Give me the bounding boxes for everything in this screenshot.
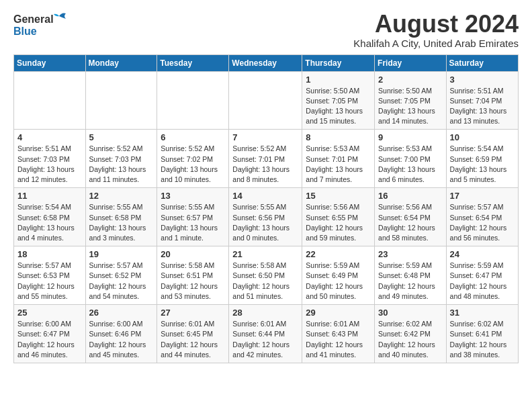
calendar-header-row: SundayMondayTuesdayWednesdayThursdayFrid… — [14, 54, 519, 71]
day-number: 23 — [378, 249, 443, 259]
day-number: 1 — [306, 75, 371, 85]
day-number: 10 — [450, 132, 515, 142]
calendar-week-row: 4Sunrise: 5:51 AM Sunset: 7:03 PM Daylig… — [14, 130, 519, 188]
calendar-cell: 22Sunrise: 5:59 AM Sunset: 6:49 PM Dayli… — [302, 246, 375, 305]
calendar-cell: 18Sunrise: 5:57 AM Sunset: 6:53 PM Dayli… — [14, 246, 86, 305]
calendar-cell: 2Sunrise: 5:50 AM Sunset: 7:05 PM Daylig… — [375, 71, 447, 130]
calendar-cell: 26Sunrise: 6:00 AM Sunset: 6:46 PM Dayli… — [85, 305, 157, 363]
calendar-cell: 13Sunrise: 5:55 AM Sunset: 6:57 PM Dayli… — [157, 188, 229, 246]
day-info: Sunrise: 5:55 AM Sunset: 6:56 PM Dayligh… — [232, 202, 298, 243]
calendar-cell: 15Sunrise: 5:56 AM Sunset: 6:55 PM Dayli… — [302, 188, 375, 246]
day-info: Sunrise: 6:00 AM Sunset: 6:47 PM Dayligh… — [17, 319, 82, 360]
day-of-week-header: Tuesday — [157, 54, 229, 71]
day-number: 18 — [17, 249, 82, 259]
day-info: Sunrise: 5:55 AM Sunset: 6:57 PM Dayligh… — [161, 202, 225, 243]
day-info: Sunrise: 5:58 AM Sunset: 6:51 PM Dayligh… — [161, 261, 225, 302]
calendar-cell: 19Sunrise: 5:57 AM Sunset: 6:52 PM Dayli… — [85, 246, 157, 305]
day-of-week-header: Wednesday — [229, 54, 302, 71]
calendar-cell: 6Sunrise: 5:52 AM Sunset: 7:02 PM Daylig… — [157, 130, 229, 188]
day-number: 8 — [306, 132, 371, 142]
day-of-week-header: Monday — [85, 54, 157, 71]
day-of-week-header: Thursday — [302, 54, 375, 71]
calendar-cell: 4Sunrise: 5:51 AM Sunset: 7:03 PM Daylig… — [14, 130, 86, 188]
calendar-cell: 8Sunrise: 5:53 AM Sunset: 7:01 PM Daylig… — [302, 130, 375, 188]
calendar-cell: 10Sunrise: 5:54 AM Sunset: 6:59 PM Dayli… — [446, 130, 518, 188]
day-number: 6 — [161, 132, 225, 142]
day-info: Sunrise: 5:50 AM Sunset: 7:05 PM Dayligh… — [306, 86, 371, 127]
day-number: 4 — [17, 132, 82, 142]
day-info: Sunrise: 5:53 AM Sunset: 7:01 PM Dayligh… — [306, 144, 371, 185]
day-number: 17 — [450, 191, 515, 201]
day-number: 12 — [89, 191, 154, 201]
day-number: 13 — [161, 191, 225, 201]
day-number: 31 — [450, 308, 515, 318]
calendar-cell — [229, 71, 302, 130]
calendar-cell: 25Sunrise: 6:00 AM Sunset: 6:47 PM Dayli… — [14, 305, 86, 363]
header: General Blue August 2024 Khalifah A City… — [13, 11, 519, 49]
location-subtitle: Khalifah A City, United Arab Emirates — [353, 38, 519, 49]
day-info: Sunrise: 5:52 AM Sunset: 7:01 PM Dayligh… — [232, 144, 298, 185]
day-info: Sunrise: 6:00 AM Sunset: 6:46 PM Dayligh… — [89, 319, 154, 360]
day-info: Sunrise: 5:56 AM Sunset: 6:55 PM Dayligh… — [306, 202, 371, 243]
calendar-cell: 27Sunrise: 6:01 AM Sunset: 6:45 PM Dayli… — [157, 305, 229, 363]
day-info: Sunrise: 5:54 AM Sunset: 6:58 PM Dayligh… — [17, 202, 82, 243]
day-info: Sunrise: 5:52 AM Sunset: 7:02 PM Dayligh… — [161, 144, 225, 185]
day-number: 14 — [232, 191, 298, 201]
day-number: 30 — [378, 308, 443, 318]
day-number: 11 — [17, 191, 82, 201]
calendar-cell: 14Sunrise: 5:55 AM Sunset: 6:56 PM Dayli… — [229, 188, 302, 246]
day-number: 24 — [450, 249, 515, 259]
calendar-week-row: 1Sunrise: 5:50 AM Sunset: 7:05 PM Daylig… — [14, 71, 519, 130]
day-info: Sunrise: 6:02 AM Sunset: 6:42 PM Dayligh… — [378, 319, 443, 360]
month-year-title: August 2024 — [353, 11, 519, 38]
calendar-cell: 31Sunrise: 6:02 AM Sunset: 6:41 PM Dayli… — [446, 305, 518, 363]
day-number: 2 — [378, 75, 443, 85]
calendar-cell: 7Sunrise: 5:52 AM Sunset: 7:01 PM Daylig… — [229, 130, 302, 188]
logo: General Blue — [13, 11, 74, 40]
day-number: 3 — [450, 75, 515, 85]
calendar-cell: 12Sunrise: 5:55 AM Sunset: 6:58 PM Dayli… — [85, 188, 157, 246]
day-info: Sunrise: 6:01 AM Sunset: 6:45 PM Dayligh… — [161, 319, 225, 360]
calendar-cell — [85, 71, 157, 130]
calendar-cell: 3Sunrise: 5:51 AM Sunset: 7:04 PM Daylig… — [446, 71, 518, 130]
day-of-week-header: Sunday — [14, 54, 86, 71]
day-number: 27 — [161, 308, 225, 318]
logo-svg: General Blue — [13, 11, 74, 40]
day-info: Sunrise: 5:50 AM Sunset: 7:05 PM Dayligh… — [378, 86, 443, 127]
day-info: Sunrise: 5:57 AM Sunset: 6:53 PM Dayligh… — [17, 261, 82, 302]
day-number: 20 — [161, 249, 225, 259]
day-info: Sunrise: 6:01 AM Sunset: 6:43 PM Dayligh… — [306, 319, 371, 360]
day-info: Sunrise: 6:01 AM Sunset: 6:44 PM Dayligh… — [232, 319, 298, 360]
svg-text:General: General — [13, 13, 54, 25]
calendar-cell: 17Sunrise: 5:57 AM Sunset: 6:54 PM Dayli… — [446, 188, 518, 246]
day-info: Sunrise: 5:51 AM Sunset: 7:04 PM Dayligh… — [450, 86, 515, 127]
calendar-cell — [14, 71, 86, 130]
calendar-week-row: 25Sunrise: 6:00 AM Sunset: 6:47 PM Dayli… — [14, 305, 519, 363]
day-info: Sunrise: 5:55 AM Sunset: 6:58 PM Dayligh… — [89, 202, 154, 243]
day-info: Sunrise: 5:54 AM Sunset: 6:59 PM Dayligh… — [450, 144, 515, 185]
day-info: Sunrise: 6:02 AM Sunset: 6:41 PM Dayligh… — [450, 319, 515, 360]
day-info: Sunrise: 5:58 AM Sunset: 6:50 PM Dayligh… — [232, 261, 298, 302]
calendar-cell: 30Sunrise: 6:02 AM Sunset: 6:42 PM Dayli… — [375, 305, 447, 363]
day-number: 25 — [17, 308, 82, 318]
calendar-cell: 21Sunrise: 5:58 AM Sunset: 6:50 PM Dayli… — [229, 246, 302, 305]
calendar-cell: 9Sunrise: 5:53 AM Sunset: 7:00 PM Daylig… — [375, 130, 447, 188]
calendar-cell: 5Sunrise: 5:52 AM Sunset: 7:03 PM Daylig… — [85, 130, 157, 188]
day-number: 28 — [232, 308, 298, 318]
day-info: Sunrise: 5:56 AM Sunset: 6:54 PM Dayligh… — [378, 202, 443, 243]
day-number: 16 — [378, 191, 443, 201]
calendar-cell: 28Sunrise: 6:01 AM Sunset: 6:44 PM Dayli… — [229, 305, 302, 363]
svg-text:Blue: Blue — [13, 26, 37, 37]
calendar-cell: 1Sunrise: 5:50 AM Sunset: 7:05 PM Daylig… — [302, 71, 375, 130]
day-number: 22 — [306, 249, 371, 259]
calendar-cell — [157, 71, 229, 130]
calendar-cell: 24Sunrise: 5:59 AM Sunset: 6:47 PM Dayli… — [446, 246, 518, 305]
calendar-week-row: 18Sunrise: 5:57 AM Sunset: 6:53 PM Dayli… — [14, 246, 519, 305]
calendar-week-row: 11Sunrise: 5:54 AM Sunset: 6:58 PM Dayli… — [14, 188, 519, 246]
calendar-cell: 29Sunrise: 6:01 AM Sunset: 6:43 PM Dayli… — [302, 305, 375, 363]
day-info: Sunrise: 5:52 AM Sunset: 7:03 PM Dayligh… — [89, 144, 154, 185]
day-info: Sunrise: 5:53 AM Sunset: 7:00 PM Dayligh… — [378, 144, 443, 185]
day-number: 5 — [89, 132, 154, 142]
day-number: 9 — [378, 132, 443, 142]
day-info: Sunrise: 5:57 AM Sunset: 6:54 PM Dayligh… — [450, 202, 515, 243]
